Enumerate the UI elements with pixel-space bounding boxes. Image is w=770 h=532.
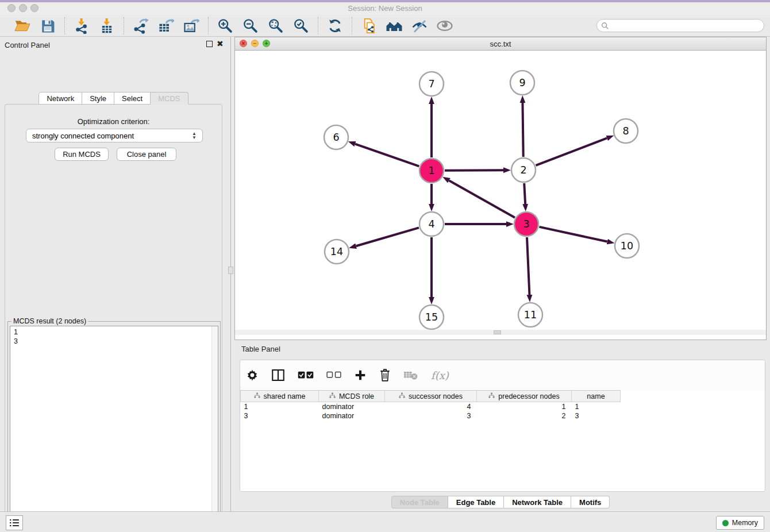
mcds-result-group: MCDS result (2 nodes) 13 (7, 321, 221, 532)
table-cell[interactable]: 1 (241, 402, 319, 411)
delete-icon[interactable] (379, 368, 391, 382)
control-panel-header: Control Panel ✖ (0, 37, 227, 53)
task-list-icon (9, 518, 20, 528)
tab-select[interactable]: Select (114, 92, 151, 105)
node-table[interactable]: shared nameMCDS rolesuccessor nodesprede… (240, 390, 765, 421)
edge-4-14[interactable] (356, 228, 419, 246)
result-scrollbar[interactable] (211, 326, 218, 532)
tab-motifs[interactable]: Motifs (571, 496, 610, 508)
tab-mcds[interactable]: MCDS (151, 92, 188, 105)
network-titlebar[interactable]: × − + scc.txt (235, 37, 766, 51)
select-all-icon[interactable] (298, 371, 314, 380)
tab-node-table[interactable]: Node Table (391, 496, 448, 508)
network-hscrollbar[interactable] (235, 330, 766, 335)
table-cell[interactable]: 3 (241, 411, 319, 421)
table-cell[interactable]: dominator (319, 402, 385, 411)
task-history-button[interactable] (6, 515, 23, 530)
status-bar: Memory (0, 511, 770, 532)
export-image-icon[interactable] (183, 17, 200, 34)
import-table-icon[interactable] (98, 17, 116, 34)
first-neighbors-icon[interactable] (386, 17, 403, 34)
edge-2-3[interactable] (524, 183, 525, 204)
column-header-MCDS-role[interactable]: MCDS role (319, 391, 385, 402)
splitter-grip[interactable] (228, 267, 233, 274)
edge-3-10[interactable] (539, 227, 607, 242)
control-panel: Control Panel ✖ NetworkStyleSelectMCDS O… (0, 37, 227, 511)
tab-style[interactable]: Style (82, 92, 114, 105)
network-from-selection-icon[interactable] (360, 17, 378, 34)
edge-2-8[interactable] (536, 138, 607, 165)
toolbar-group (352, 17, 461, 34)
import-network-icon[interactable] (73, 17, 90, 34)
columns-icon[interactable] (271, 368, 285, 382)
search-icon (601, 22, 609, 30)
zoom-out-icon[interactable] (242, 17, 259, 34)
control-panel-title: Control Panel (5, 41, 50, 49)
hide-selected-icon[interactable] (411, 17, 428, 34)
column-header-successor-nodes[interactable]: successor nodes (385, 391, 477, 402)
float-panel-icon[interactable] (206, 41, 213, 47)
memory-button[interactable]: Memory (716, 516, 764, 530)
search-box[interactable] (596, 19, 764, 32)
hscroll-thumb[interactable] (494, 330, 501, 334)
table-cell[interactable]: 2 (477, 411, 572, 421)
edge-1-6[interactable] (355, 144, 419, 167)
tab-network-table[interactable]: Network Table (504, 496, 571, 508)
column-tree-icon (399, 392, 405, 400)
main-titlebar: Session: New Session (0, 2, 770, 15)
save-icon[interactable] (39, 17, 56, 34)
zoom-in-icon[interactable] (217, 17, 234, 34)
table-tabs: Node TableEdge TableNetwork TableMotifs (234, 496, 767, 508)
zoom-fit-icon[interactable] (267, 17, 284, 34)
table-cell[interactable]: 1 (477, 402, 572, 411)
close-panel-icon[interactable]: ✖ (217, 39, 224, 48)
node-label-3: 3 (523, 218, 529, 230)
show-all-icon[interactable] (436, 17, 453, 34)
table-panel: Table Panel ✖ f(x) shared nameMCDS roles… (234, 342, 767, 510)
edge-2-9[interactable] (522, 103, 523, 157)
node-label-4: 4 (428, 218, 434, 230)
function-builder-icon: f(x) (431, 369, 449, 381)
header-filler (621, 391, 765, 402)
result-line: 1 (14, 327, 218, 337)
network-canvas[interactable]: 7968124314101511 (235, 51, 766, 335)
close-panel-button[interactable]: Close panel (117, 148, 176, 161)
table-row[interactable]: 3dominator323 (241, 411, 765, 421)
mcds-panel: Optimization criterion: strongly connect… (5, 104, 222, 532)
node-label-6: 6 (333, 132, 339, 143)
table-cell[interactable]: 3 (572, 411, 621, 421)
refresh-icon[interactable] (326, 17, 344, 34)
vertical-splitter[interactable] (227, 37, 234, 511)
edge-3-1[interactable] (449, 180, 514, 218)
table-row[interactable]: 1dominator411 (241, 402, 765, 411)
toolbar-group (124, 17, 208, 34)
tab-edge-table[interactable]: Edge Table (448, 496, 504, 508)
criterion-select[interactable]: strongly connected component ▲▼ (26, 129, 203, 142)
toolbar-group (65, 17, 124, 34)
tab-network[interactable]: Network (38, 92, 82, 105)
column-tree-icon (329, 392, 336, 400)
settings-gear-icon[interactable] (246, 369, 259, 381)
edge-3-11[interactable] (527, 237, 529, 295)
toolbar-group (209, 17, 318, 34)
column-header-name[interactable]: name (572, 391, 621, 402)
table-cell[interactable]: 3 (385, 411, 477, 421)
network-graph[interactable]: 7968124314101511 (235, 51, 766, 335)
open-folder-icon[interactable] (14, 17, 31, 34)
run-mcds-button[interactable]: Run MCDS (55, 148, 109, 161)
search-input[interactable] (609, 21, 764, 31)
zoom-selected-icon[interactable] (292, 17, 310, 34)
table-cell[interactable]: 4 (385, 402, 477, 411)
deselect-all-icon[interactable] (326, 371, 341, 379)
node-label-1: 1 (428, 165, 434, 176)
node-label-10: 10 (621, 240, 633, 252)
export-network-icon[interactable] (132, 17, 149, 34)
table-cell[interactable]: 1 (572, 402, 621, 411)
add-icon[interactable] (354, 369, 367, 381)
table-cell[interactable]: dominator (319, 411, 385, 421)
edge-1-2[interactable] (445, 170, 503, 171)
mcds-result-text[interactable]: 13 (10, 326, 218, 532)
export-table-icon[interactable] (157, 17, 175, 34)
column-header-predecessor-nodes[interactable]: predecessor nodes (477, 391, 572, 402)
column-header-shared-name[interactable]: shared name (241, 391, 319, 402)
